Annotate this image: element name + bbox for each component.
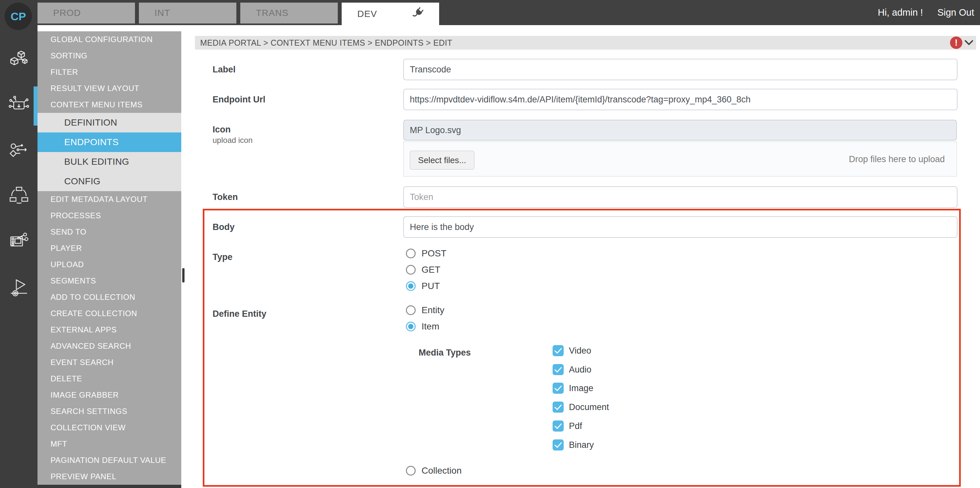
radio-label: Entity [422,305,444,316]
sign-out-link[interactable]: Sign Out [937,7,974,18]
sidebar-item-pagination-default-value[interactable]: PAGINATION DEFAULT VALUE [38,452,181,469]
select-files-button[interactable]: Select files... [410,151,474,170]
sidebar-item-collection-view[interactable]: COLLECTION VIEW [38,419,181,436]
token-field-label: Token [213,192,238,202]
radio-label: PUT [422,281,440,291]
entity-radio-item[interactable]: Item [406,320,439,333]
tab-dev[interactable]: DEV [342,3,439,25]
mediatype-checkbox-pdf[interactable]: Pdf [553,419,582,432]
user-box: Hi, admin ! Sign Out [878,0,974,25]
sidebar-item-external-apps[interactable]: EXTERNAL APPS [38,322,181,338]
sidebar-item-result-view-layout[interactable]: RESULT VIEW LAYOUT [38,80,181,97]
radio-label: Item [422,321,439,332]
icon-filename-box: MP Logo.svg [403,120,957,140]
tab-label: TRANS [256,8,288,18]
checkbox-checked-icon[interactable] [553,383,564,394]
mediatype-checkbox-binary[interactable]: Binary [553,439,594,451]
token-input[interactable] [403,186,958,208]
label-input[interactable] [403,59,958,80]
body-field-label: Body [213,222,235,232]
sidebar-item-delete[interactable]: DELETE [38,370,181,387]
icon-field-label: Icon [213,124,231,135]
entity-radio-collection[interactable]: Collection [406,464,461,477]
file-dropzone[interactable]: Select files... Drop files here to uploa… [403,142,957,177]
tab-trans[interactable]: TRANS [240,3,338,24]
checkbox-checked-icon[interactable] [553,421,564,432]
endpoint-url-input[interactable] [403,89,958,110]
sidebar-item-definition[interactable]: DEFINITION [38,113,181,132]
sidebar-item-endpoints[interactable]: ENDPOINTS [38,132,181,152]
rail-active-indicator [33,86,38,126]
breadcrumb: MEDIA PORTAL > CONTEXT MENU ITEMS > ENDP… [195,36,976,49]
player-tracking-icon[interactable] [8,277,30,299]
sidebar-item-preview-panel[interactable]: PREVIEW PANEL [38,469,181,485]
checkbox-label: Audio [569,365,592,375]
type-radio-get[interactable]: GET [406,263,441,276]
sidebar-item-player[interactable]: PLAYER [38,240,181,257]
radio-circle-icon[interactable] [406,322,416,332]
endpoint-field-label: Endpoint Url [213,95,266,105]
tab-label: DEV [357,9,377,19]
sidebar-item-upload[interactable]: UPLOAD [38,257,181,273]
config-sidebar-menu: GLOBAL CONFIGURATIONSORTINGFILTERRESULT … [38,31,181,485]
mediatype-checkbox-document[interactable]: Document [553,400,609,414]
cp-logo-avatar[interactable]: CP [5,3,32,30]
mediatype-checkbox-audio[interactable]: Audio [553,363,592,376]
radio-circle-icon[interactable] [406,466,416,475]
checkbox-label: Document [569,402,609,412]
sidebar-item-edit-metadata-layout[interactable]: EDIT METADATA LAYOUT [38,191,181,207]
checkbox-checked-icon[interactable] [553,345,564,356]
media-editor-icon[interactable] [8,230,30,252]
collection-cycle-icon[interactable] [8,185,30,206]
chevron-down-icon[interactable] [964,39,974,48]
tab-int[interactable]: INT [139,3,236,24]
checkbox-checked-icon[interactable] [553,439,564,450]
error-badge-icon[interactable]: ! [950,37,963,49]
sidebar-item-add-to-collection[interactable]: ADD TO COLLECTION [38,289,181,305]
sidebar-item-config[interactable]: CONFIG [38,172,181,191]
radio-circle-icon[interactable] [406,281,416,291]
modules-cubes-icon[interactable] [8,49,30,70]
menu-scrollbar-thumb[interactable] [182,268,185,282]
sidebar-item-global-configuration[interactable]: GLOBAL CONFIGURATION [38,31,181,48]
label-field-label: Label [213,65,236,75]
sidebar-item-bulk-editing[interactable]: BULK EDITING [38,152,181,172]
checkbox-checked-icon[interactable] [553,364,564,375]
type-radio-put[interactable]: PUT [406,279,440,293]
menu-bottom-strip [38,485,181,488]
sidebar-item-search-settings[interactable]: SEARCH SETTINGS [38,403,181,419]
sidebar-item-context-menu-items[interactable]: CONTEXT MENU ITEMS [38,97,181,113]
context-menu-click-icon[interactable] [8,95,30,116]
radio-label: POST [422,248,446,259]
radio-circle-icon[interactable] [406,249,416,258]
environment-tabs: PRODINTTRANSDEV [38,3,439,25]
sidebar-item-create-collection[interactable]: CREATE COLLECTION [38,305,181,322]
sidebar-item-sorting[interactable]: SORTING [38,48,181,64]
sidebar-item-event-search[interactable]: EVENT SEARCH [38,354,181,370]
define-entity-label: Define Entity [213,309,266,319]
sidebar-item-send-to[interactable]: SEND TO [38,224,181,240]
tab-label: INT [154,8,170,18]
mediatype-checkbox-video[interactable]: Video [553,344,592,357]
sidebar-item-segments[interactable]: SEGMENTS [38,273,181,289]
radio-circle-icon[interactable] [406,265,416,275]
user-greeting: Hi, admin ! [878,7,923,18]
tab-prod[interactable]: PROD [38,3,135,24]
radio-label: Collection [422,466,461,476]
icon-filename: MP Logo.svg [410,125,461,136]
sidebar-item-advanced-search[interactable]: ADVANCED SEARCH [38,338,181,354]
sidebar-item-mft[interactable]: MFT [38,436,181,452]
checkbox-checked-icon[interactable] [553,402,564,413]
checkbox-label: Image [569,383,593,393]
mediatype-checkbox-image[interactable]: Image [553,382,593,395]
sidebar-item-filter[interactable]: FILTER [38,64,181,80]
sidebar-item-processes[interactable]: PROCESSES [38,207,181,224]
breadcrumb-path: MEDIA PORTAL > CONTEXT MENU ITEMS > ENDP… [200,38,452,48]
entity-radio-entity[interactable]: Entity [406,304,444,317]
workflow-icon[interactable] [8,140,30,161]
radio-circle-icon[interactable] [406,305,416,315]
type-radio-post[interactable]: POST [406,247,446,260]
dropzone-hint: Drop files here to upload [849,142,945,177]
sidebar-item-image-grabber[interactable]: IMAGE GRABBER [38,387,181,403]
body-input[interactable] [403,216,958,238]
